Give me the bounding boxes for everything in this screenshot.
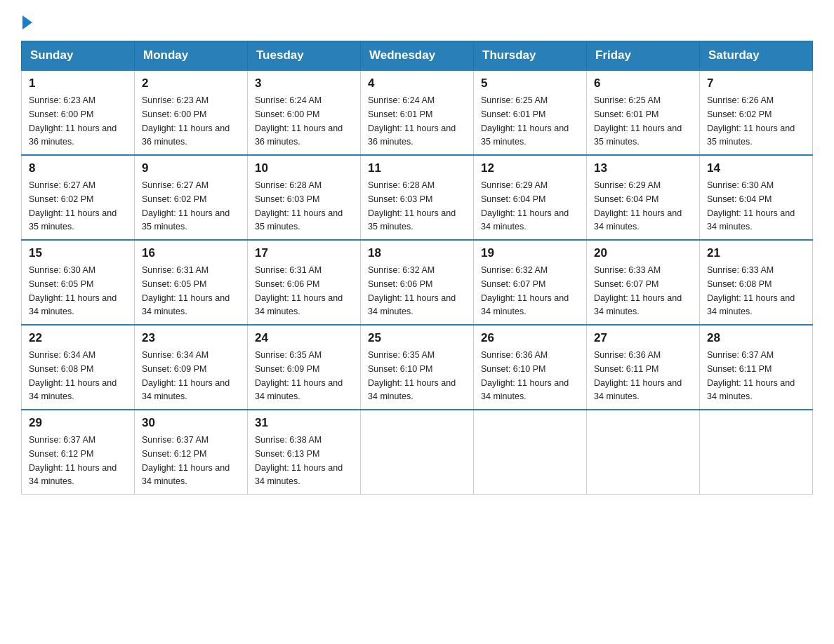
day-info: Sunrise: 6:33 AMSunset: 6:07 PMDaylight:… [594,265,682,316]
day-info: Sunrise: 6:28 AMSunset: 6:03 PMDaylight:… [368,180,456,232]
day-info: Sunrise: 6:25 AMSunset: 6:01 PMDaylight:… [481,95,569,147]
calendar-day-17: 17 Sunrise: 6:31 AMSunset: 6:06 PMDaylig… [248,240,361,325]
calendar-day-4: 4 Sunrise: 6:24 AMSunset: 6:01 PMDayligh… [361,70,474,155]
day-number: 16 [142,246,240,260]
day-info: Sunrise: 6:36 AMSunset: 6:10 PMDaylight:… [481,350,569,401]
day-info: Sunrise: 6:29 AMSunset: 6:04 PMDaylight:… [481,180,569,232]
calendar-day-7: 7 Sunrise: 6:26 AMSunset: 6:02 PMDayligh… [700,70,813,155]
empty-cell [474,410,587,495]
day-number: 18 [368,246,466,260]
empty-cell [587,410,700,495]
day-info: Sunrise: 6:23 AMSunset: 6:00 PMDaylight:… [142,95,230,147]
day-number: 26 [481,331,579,345]
calendar-week-5: 29 Sunrise: 6:37 AMSunset: 6:12 PMDaylig… [22,410,813,495]
day-number: 30 [142,416,240,430]
calendar-day-16: 16 Sunrise: 6:31 AMSunset: 6:05 PMDaylig… [135,240,248,325]
calendar-week-4: 22 Sunrise: 6:34 AMSunset: 6:08 PMDaylig… [22,325,813,410]
day-number: 27 [594,331,692,345]
day-info: Sunrise: 6:37 AMSunset: 6:11 PMDaylight:… [707,350,795,401]
day-info: Sunrise: 6:23 AMSunset: 6:00 PMDaylight:… [29,95,117,147]
calendar-day-15: 15 Sunrise: 6:30 AMSunset: 6:05 PMDaylig… [22,240,135,325]
day-number: 1 [29,76,127,90]
day-info: Sunrise: 6:30 AMSunset: 6:04 PMDaylight:… [707,180,795,232]
calendar-day-27: 27 Sunrise: 6:36 AMSunset: 6:11 PMDaylig… [587,325,700,410]
calendar-day-14: 14 Sunrise: 6:30 AMSunset: 6:04 PMDaylig… [700,155,813,240]
day-info: Sunrise: 6:27 AMSunset: 6:02 PMDaylight:… [142,180,230,232]
day-info: Sunrise: 6:37 AMSunset: 6:12 PMDaylight:… [142,435,230,486]
calendar-day-2: 2 Sunrise: 6:23 AMSunset: 6:00 PMDayligh… [135,70,248,155]
calendar-day-18: 18 Sunrise: 6:32 AMSunset: 6:06 PMDaylig… [361,240,474,325]
header-saturday: Saturday [700,41,813,71]
day-number: 3 [255,76,353,90]
calendar-day-23: 23 Sunrise: 6:34 AMSunset: 6:09 PMDaylig… [135,325,248,410]
day-number: 9 [142,161,240,175]
header-wednesday: Wednesday [361,41,474,71]
day-number: 25 [368,331,466,345]
day-number: 7 [707,76,805,90]
calendar-day-30: 30 Sunrise: 6:37 AMSunset: 6:12 PMDaylig… [135,410,248,495]
day-number: 12 [481,161,579,175]
page-header [21,14,813,27]
day-number: 8 [29,161,127,175]
day-number: 5 [481,76,579,90]
day-number: 17 [255,246,353,260]
day-info: Sunrise: 6:31 AMSunset: 6:05 PMDaylight:… [142,265,230,316]
empty-cell [700,410,813,495]
calendar-table: SundayMondayTuesdayWednesdayThursdayFrid… [21,41,813,495]
calendar-day-28: 28 Sunrise: 6:37 AMSunset: 6:11 PMDaylig… [700,325,813,410]
day-info: Sunrise: 6:31 AMSunset: 6:06 PMDaylight:… [255,265,343,316]
day-info: Sunrise: 6:32 AMSunset: 6:06 PMDaylight:… [368,265,456,316]
day-number: 13 [594,161,692,175]
header-thursday: Thursday [474,41,587,71]
day-number: 22 [29,331,127,345]
day-number: 6 [594,76,692,90]
calendar-week-1: 1 Sunrise: 6:23 AMSunset: 6:00 PMDayligh… [22,70,813,155]
calendar-week-2: 8 Sunrise: 6:27 AMSunset: 6:02 PMDayligh… [22,155,813,240]
calendar-day-10: 10 Sunrise: 6:28 AMSunset: 6:03 PMDaylig… [248,155,361,240]
day-number: 15 [29,246,127,260]
calendar-day-6: 6 Sunrise: 6:25 AMSunset: 6:01 PMDayligh… [587,70,700,155]
calendar-day-25: 25 Sunrise: 6:35 AMSunset: 6:10 PMDaylig… [361,325,474,410]
day-number: 24 [255,331,353,345]
day-info: Sunrise: 6:26 AMSunset: 6:02 PMDaylight:… [707,95,795,147]
day-number: 19 [481,246,579,260]
day-info: Sunrise: 6:35 AMSunset: 6:10 PMDaylight:… [368,350,456,401]
calendar-day-26: 26 Sunrise: 6:36 AMSunset: 6:10 PMDaylig… [474,325,587,410]
calendar-day-20: 20 Sunrise: 6:33 AMSunset: 6:07 PMDaylig… [587,240,700,325]
calendar-day-9: 9 Sunrise: 6:27 AMSunset: 6:02 PMDayligh… [135,155,248,240]
day-info: Sunrise: 6:34 AMSunset: 6:08 PMDaylight:… [29,350,117,401]
day-number: 23 [142,331,240,345]
header-friday: Friday [587,41,700,71]
calendar-week-3: 15 Sunrise: 6:30 AMSunset: 6:05 PMDaylig… [22,240,813,325]
day-info: Sunrise: 6:38 AMSunset: 6:13 PMDaylight:… [255,435,343,486]
day-number: 10 [255,161,353,175]
logo-arrow-icon [22,15,32,29]
header-tuesday: Tuesday [248,41,361,71]
day-info: Sunrise: 6:32 AMSunset: 6:07 PMDaylight:… [481,265,569,316]
day-info: Sunrise: 6:33 AMSunset: 6:08 PMDaylight:… [707,265,795,316]
day-info: Sunrise: 6:36 AMSunset: 6:11 PMDaylight:… [594,350,682,401]
day-info: Sunrise: 6:30 AMSunset: 6:05 PMDaylight:… [29,265,117,316]
day-info: Sunrise: 6:35 AMSunset: 6:09 PMDaylight:… [255,350,343,401]
calendar-day-12: 12 Sunrise: 6:29 AMSunset: 6:04 PMDaylig… [474,155,587,240]
day-number: 14 [707,161,805,175]
calendar-day-29: 29 Sunrise: 6:37 AMSunset: 6:12 PMDaylig… [22,410,135,495]
day-info: Sunrise: 6:28 AMSunset: 6:03 PMDaylight:… [255,180,343,232]
day-number: 2 [142,76,240,90]
calendar-day-1: 1 Sunrise: 6:23 AMSunset: 6:00 PMDayligh… [22,70,135,155]
calendar-day-24: 24 Sunrise: 6:35 AMSunset: 6:09 PMDaylig… [248,325,361,410]
logo [21,14,32,27]
calendar-day-19: 19 Sunrise: 6:32 AMSunset: 6:07 PMDaylig… [474,240,587,325]
day-info: Sunrise: 6:29 AMSunset: 6:04 PMDaylight:… [594,180,682,232]
day-number: 21 [707,246,805,260]
day-info: Sunrise: 6:24 AMSunset: 6:00 PMDaylight:… [255,95,343,147]
calendar-day-3: 3 Sunrise: 6:24 AMSunset: 6:00 PMDayligh… [248,70,361,155]
day-number: 28 [707,331,805,345]
header-sunday: Sunday [22,41,135,71]
calendar-day-11: 11 Sunrise: 6:28 AMSunset: 6:03 PMDaylig… [361,155,474,240]
day-number: 20 [594,246,692,260]
header-monday: Monday [135,41,248,71]
calendar-day-5: 5 Sunrise: 6:25 AMSunset: 6:01 PMDayligh… [474,70,587,155]
calendar-header-row: SundayMondayTuesdayWednesdayThursdayFrid… [22,41,813,71]
calendar-day-13: 13 Sunrise: 6:29 AMSunset: 6:04 PMDaylig… [587,155,700,240]
